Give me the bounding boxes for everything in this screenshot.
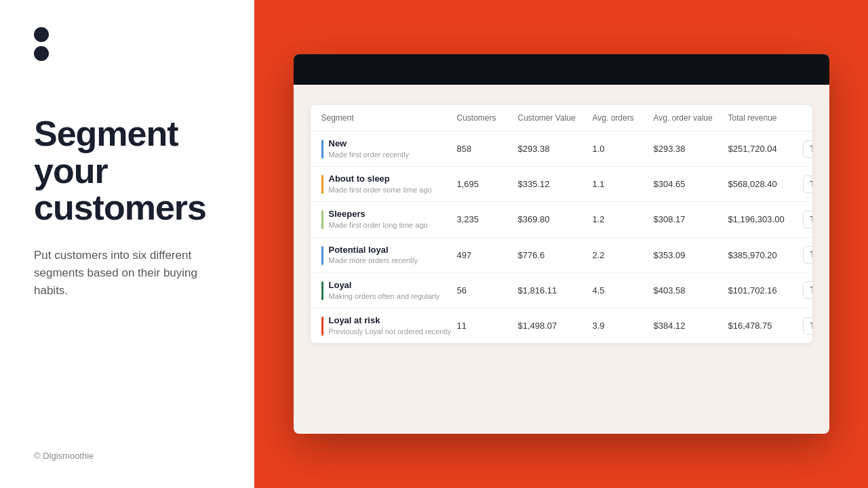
left-content: Segment your customers Put customers int… bbox=[34, 115, 220, 451]
segment-indicator bbox=[321, 317, 323, 336]
segment-desc: Making orders often and regularly bbox=[329, 291, 440, 301]
app-topbar bbox=[294, 54, 829, 85]
col-total-revenue: Total revenue bbox=[728, 113, 803, 123]
actions-cell: Tips Actions ▼ bbox=[803, 140, 812, 158]
tips-button[interactable]: Tips bbox=[803, 140, 812, 158]
table-row: Loyal at risk Previously Loyal not order… bbox=[311, 308, 812, 343]
avg-order-value: $308.17 bbox=[654, 214, 728, 224]
customer-value: $1,498.07 bbox=[518, 321, 593, 331]
actions-cell: Tips Actions ▼ bbox=[803, 176, 812, 193]
segment-table: Segment Customers Customer Value Avg. or… bbox=[311, 105, 812, 343]
table-row: About to sleep Made first order some tim… bbox=[311, 167, 812, 202]
actions-cell: Tips Actions ▼ bbox=[803, 281, 812, 299]
main-heading: Segment your customers bbox=[34, 115, 220, 226]
avg-orders-value: 4.5 bbox=[593, 285, 654, 296]
segment-name: Loyal bbox=[329, 280, 440, 291]
col-avg-orders: Avg. orders bbox=[593, 113, 654, 123]
segment-desc: Made first order recently bbox=[329, 150, 410, 159]
col-actions bbox=[803, 113, 812, 123]
col-avg-order-value: Avg. order value bbox=[654, 113, 728, 123]
table-header: Segment Customers Customer Value Avg. or… bbox=[311, 105, 812, 131]
segment-cell: Potential loyal Made more orders recentl… bbox=[321, 245, 457, 266]
col-customer-value: Customer Value bbox=[518, 113, 593, 123]
avg-orders-value: 1.1 bbox=[593, 179, 654, 189]
logo bbox=[34, 27, 220, 61]
segment-indicator bbox=[321, 175, 323, 194]
segment-cell: Loyal Making orders often and regularly bbox=[321, 280, 457, 301]
table-row: Potential loyal Made more orders recentl… bbox=[311, 238, 812, 273]
customers-value: 3,235 bbox=[457, 214, 518, 224]
segment-desc: Previously Loyal not ordered recently bbox=[329, 327, 452, 336]
customers-value: 11 bbox=[457, 321, 518, 331]
segment-name: About to sleep bbox=[329, 174, 432, 185]
segment-cell: About to sleep Made first order some tim… bbox=[321, 174, 457, 195]
segment-indicator bbox=[321, 281, 323, 300]
segment-indicator bbox=[321, 140, 323, 159]
tips-button[interactable]: Tips bbox=[803, 211, 812, 228]
left-panel: Segment your customers Put customers int… bbox=[0, 0, 254, 488]
segment-name: Sleepers bbox=[329, 209, 428, 220]
sub-text: Put customers into six different segment… bbox=[34, 247, 220, 300]
total-revenue-value: $1,196,303.00 bbox=[728, 214, 803, 224]
table-body: New Made first order recently 858 $293.3… bbox=[311, 131, 812, 343]
avg-order-value: $384.12 bbox=[654, 321, 728, 331]
table-row: Sleepers Made first order long time ago … bbox=[311, 202, 812, 237]
col-segment: Segment bbox=[321, 113, 457, 123]
app-window: Segment Customers Customer Value Avg. or… bbox=[294, 54, 829, 434]
segment-cell: Loyal at risk Previously Loyal not order… bbox=[321, 315, 457, 336]
app-content: Segment Customers Customer Value Avg. or… bbox=[294, 85, 829, 434]
tips-button[interactable]: Tips bbox=[803, 176, 812, 193]
table-row: New Made first order recently 858 $293.3… bbox=[311, 131, 812, 167]
tips-button[interactable]: Tips bbox=[803, 317, 812, 335]
avg-order-value: $293.38 bbox=[654, 144, 728, 154]
customers-value: 858 bbox=[457, 144, 518, 154]
customers-value: 1,695 bbox=[457, 179, 518, 189]
logo-dot-bottom bbox=[34, 46, 49, 61]
copyright: © Digismoothie bbox=[34, 451, 220, 461]
segment-desc: Made first order some time ago bbox=[329, 185, 432, 195]
customer-value: $776.6 bbox=[518, 250, 593, 260]
customer-value: $335.12 bbox=[518, 179, 593, 189]
col-customers: Customers bbox=[457, 113, 518, 123]
customers-value: 56 bbox=[457, 285, 518, 296]
total-revenue-value: $16,478.75 bbox=[728, 321, 803, 331]
customer-value: $1,816.11 bbox=[518, 285, 593, 296]
avg-order-value: $353.09 bbox=[654, 250, 728, 260]
avg-orders-value: 1.2 bbox=[593, 214, 654, 224]
total-revenue-value: $385,970.20 bbox=[728, 250, 803, 260]
avg-orders-value: 2.2 bbox=[593, 250, 654, 260]
total-revenue-value: $251,720.04 bbox=[728, 144, 803, 154]
segment-name: New bbox=[329, 138, 410, 150]
avg-order-value: $304.65 bbox=[654, 179, 728, 189]
segment-indicator bbox=[321, 210, 323, 229]
segment-desc: Made first order long time ago bbox=[329, 220, 428, 230]
segment-cell: New Made first order recently bbox=[321, 138, 457, 159]
segment-indicator bbox=[321, 246, 323, 265]
avg-order-value: $403.58 bbox=[654, 285, 728, 296]
logo-dot-top bbox=[34, 27, 49, 42]
table-row: Loyal Making orders often and regularly … bbox=[311, 273, 812, 308]
tips-button[interactable]: Tips bbox=[803, 246, 812, 264]
customer-value: $369.80 bbox=[518, 214, 593, 224]
segment-cell: Sleepers Made first order long time ago bbox=[321, 209, 457, 230]
total-revenue-value: $101,702.16 bbox=[728, 285, 803, 296]
customers-value: 497 bbox=[457, 250, 518, 260]
avg-orders-value: 1.0 bbox=[593, 144, 654, 154]
right-panel: Segment Customers Customer Value Avg. or… bbox=[254, 0, 868, 488]
segment-name: Potential loyal bbox=[329, 245, 418, 256]
segment-name: Loyal at risk bbox=[329, 315, 452, 327]
total-revenue-value: $568,028.40 bbox=[728, 179, 803, 189]
avg-orders-value: 3.9 bbox=[593, 321, 654, 331]
actions-cell: Tips Actions ▼ bbox=[803, 317, 812, 335]
segment-desc: Made more orders recently bbox=[329, 256, 418, 265]
customer-value: $293.38 bbox=[518, 144, 593, 154]
tips-button[interactable]: Tips bbox=[803, 281, 812, 299]
actions-cell: Tips Actions ▼ bbox=[803, 246, 812, 264]
actions-cell: Tips Actions ▼ bbox=[803, 211, 812, 228]
